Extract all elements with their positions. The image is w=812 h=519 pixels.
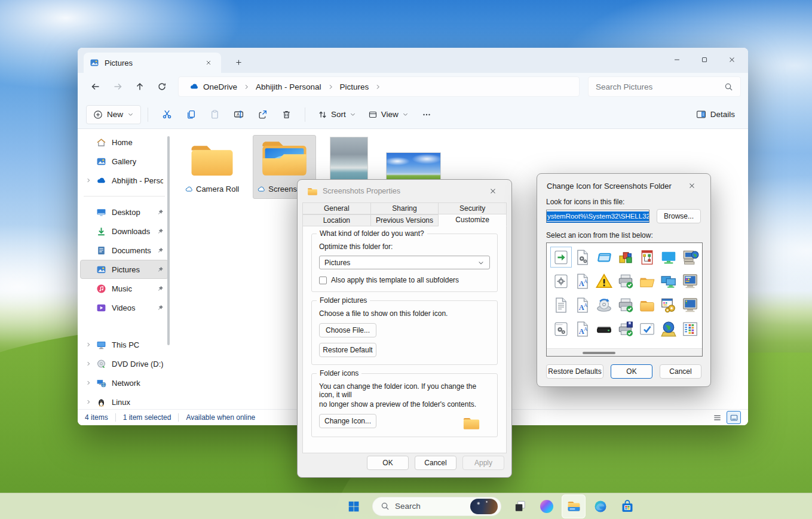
icon-option-orgchart[interactable] (637, 247, 657, 267)
sidebar-item-documents[interactable]: Documents (80, 241, 168, 260)
back-button[interactable] (85, 76, 106, 97)
icon-option-blank-doc[interactable] (701, 319, 703, 339)
copy-button[interactable] (179, 105, 203, 125)
edge-button[interactable] (589, 495, 612, 518)
icon-option-box-gears[interactable] (551, 319, 571, 339)
apply-subfolders-checkbox[interactable] (319, 277, 327, 284)
restore-default-button[interactable]: Restore Default (319, 343, 376, 357)
apply-button[interactable]: Apply (462, 456, 504, 470)
tab-location[interactable]: Location (302, 214, 371, 226)
breadcrumb[interactable]: OneDriveAbhijith - PersonalPictures (178, 76, 580, 97)
maximize-button[interactable] (691, 48, 718, 72)
icon-option-printer-floppy[interactable] (615, 319, 636, 339)
expand-chevron-icon[interactable] (85, 342, 91, 348)
sidebar-item-gallery[interactable]: Gallery (80, 152, 168, 171)
sidebar-item-desktop[interactable]: Desktop (80, 202, 168, 222)
icon-file-path-input[interactable]: ystemRoot%\System32\SHELL32.dll (546, 210, 649, 223)
icon-option-window-gears[interactable] (658, 295, 679, 315)
icon-option-doc-font[interactable] (572, 319, 593, 339)
icon-option-window-copy[interactable] (701, 295, 703, 315)
icon-option-printer-check[interactable] (615, 271, 636, 291)
sidebar-item-music[interactable]: Music (80, 279, 168, 298)
breadcrumb-segment-onedrive[interactable]: OneDrive (186, 80, 241, 93)
sidebar-item-this-pc[interactable]: This PC (80, 335, 168, 354)
restore-defaults-button[interactable]: Restore Defaults (546, 364, 603, 379)
ok-button[interactable]: OK (367, 456, 409, 470)
breadcrumb-chevron-icon[interactable] (375, 84, 381, 90)
sidebar-item-network[interactable]: Network (80, 373, 168, 392)
icon-option-globe-book[interactable] (658, 319, 679, 339)
optimize-dropdown[interactable]: Pictures (319, 256, 490, 269)
breadcrumb-segment-pictures[interactable]: Pictures (336, 81, 373, 93)
tab-pictures[interactable]: Pictures (84, 53, 221, 73)
icon-option-drive-black[interactable] (594, 319, 614, 339)
search-input[interactable]: Search Pictures (588, 76, 741, 97)
sidebar-item-videos[interactable]: Videos (80, 298, 168, 317)
icon-option-doc-gears[interactable] (572, 247, 593, 267)
icon-option-printer-check[interactable] (615, 295, 636, 315)
paste-button[interactable] (203, 105, 226, 125)
tab-previous-versions[interactable]: Previous Versions (371, 214, 439, 226)
tab-sharing[interactable]: Sharing (371, 202, 439, 214)
new-tab-button[interactable] (229, 53, 247, 71)
icon-option-doc-font[interactable] (572, 295, 593, 315)
copilot-button[interactable] (535, 495, 559, 518)
start-button[interactable] (342, 495, 366, 518)
icon-option-crt-window[interactable] (680, 271, 700, 291)
icon-option-window-blue[interactable] (594, 247, 614, 267)
expand-chevron-icon[interactable] (85, 177, 91, 183)
expand-chevron-icon[interactable] (85, 380, 91, 386)
large-icons-view-toggle[interactable] (727, 411, 741, 424)
icon-option-check-window[interactable] (637, 319, 657, 339)
change-icon-close-icon[interactable] (683, 177, 701, 195)
delete-button[interactable] (274, 105, 298, 125)
properties-close-icon[interactable] (484, 182, 502, 200)
icon-option-blank-doc[interactable] (701, 271, 703, 291)
browse-button[interactable]: Browse... (657, 209, 701, 223)
icon-option-doc-text[interactable] (551, 295, 571, 315)
icon-option-cd-arrow[interactable] (594, 295, 614, 315)
expand-chevron-icon[interactable] (85, 361, 91, 367)
choose-file-button[interactable]: Choose File... (319, 323, 376, 337)
details-pane-button[interactable]: Details (691, 105, 740, 125)
icon-option-dual-monitors[interactable] (658, 271, 679, 291)
expand-chevron-icon[interactable] (85, 399, 91, 405)
tab-general[interactable]: General (302, 202, 371, 214)
icon-option-box-arrow[interactable] (551, 247, 571, 267)
horizontal-scrollbar[interactable] (547, 348, 702, 356)
forward-button[interactable] (107, 76, 128, 97)
refresh-button[interactable] (151, 76, 172, 97)
icon-option-folder[interactable] (637, 295, 657, 315)
icon-option-crt-blue[interactable] (680, 295, 700, 315)
sidebar-item-dvd-drive-d-c[interactable]: DVD Drive (D:) C (80, 354, 168, 373)
icon-option-details-list[interactable] (701, 247, 703, 267)
icon-option-doc-font[interactable] (572, 271, 593, 291)
minimize-button[interactable] (663, 48, 691, 72)
breadcrumb-chevron-icon[interactable] (243, 84, 250, 90)
cut-button[interactable] (155, 105, 179, 125)
tab-customize[interactable]: Customize (439, 214, 507, 226)
close-button[interactable] (718, 48, 746, 72)
store-button[interactable] (615, 495, 639, 518)
icon-option-details-list[interactable] (680, 319, 700, 339)
tab-close-icon[interactable] (202, 56, 215, 69)
sidebar-item-downloads[interactable]: Downloads (80, 222, 168, 241)
sidebar-item-abhijith-personal[interactable]: Abhijith - Personal (80, 171, 168, 190)
rename-button[interactable] (226, 105, 250, 125)
sort-button[interactable]: Sort (312, 105, 362, 125)
change-icon-ok-button[interactable]: OK (611, 364, 652, 379)
more-options-button[interactable] (415, 105, 439, 125)
sidebar-item-home[interactable]: Home (80, 133, 168, 152)
icon-option-box-gear[interactable] (551, 271, 571, 291)
scrollbar-thumb[interactable] (583, 352, 615, 354)
taskbar-search[interactable]: Search (372, 497, 501, 516)
icon-option-warning[interactable] (594, 271, 614, 291)
icon-list[interactable] (546, 242, 703, 357)
breadcrumb-segment-abhijith-personal[interactable]: Abhijith - Personal (252, 81, 325, 93)
up-button[interactable] (129, 76, 150, 97)
change-icon-cancel-button[interactable]: Cancel (660, 364, 701, 379)
sidebar-scrollbar[interactable] (167, 136, 170, 345)
icon-option-retro-pc[interactable] (680, 247, 700, 267)
icon-option-blocks[interactable] (615, 247, 636, 267)
share-button[interactable] (250, 105, 274, 125)
